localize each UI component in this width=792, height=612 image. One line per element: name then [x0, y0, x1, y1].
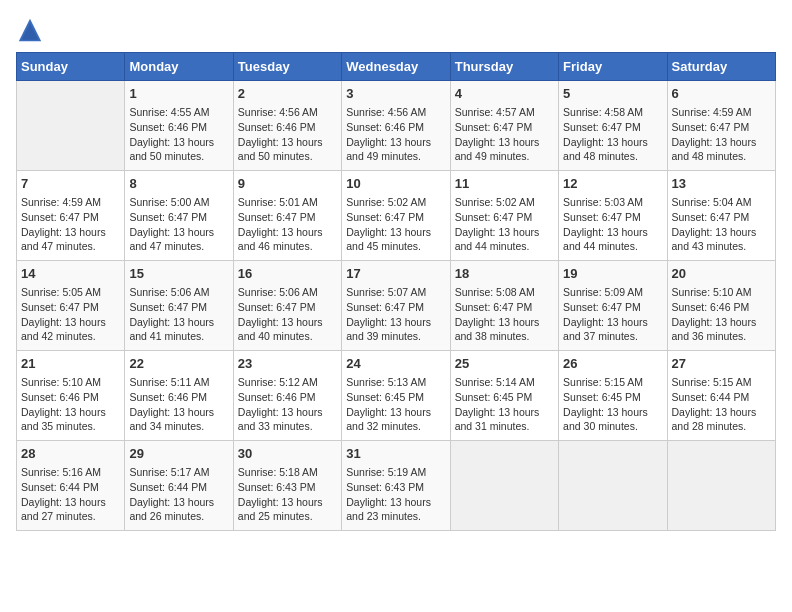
day-info: Sunrise: 5:16 AM Sunset: 6:44 PM Dayligh…	[21, 465, 120, 524]
day-number: 19	[563, 265, 662, 283]
day-info: Sunrise: 4:56 AM Sunset: 6:46 PM Dayligh…	[238, 105, 337, 164]
day-info: Sunrise: 5:15 AM Sunset: 6:45 PM Dayligh…	[563, 375, 662, 434]
day-number: 12	[563, 175, 662, 193]
calendar-cell	[667, 441, 775, 531]
week-row-4: 21Sunrise: 5:10 AM Sunset: 6:46 PM Dayli…	[17, 351, 776, 441]
day-info: Sunrise: 5:07 AM Sunset: 6:47 PM Dayligh…	[346, 285, 445, 344]
day-info: Sunrise: 4:55 AM Sunset: 6:46 PM Dayligh…	[129, 105, 228, 164]
day-number: 28	[21, 445, 120, 463]
day-info: Sunrise: 4:57 AM Sunset: 6:47 PM Dayligh…	[455, 105, 554, 164]
day-number: 18	[455, 265, 554, 283]
day-info: Sunrise: 5:06 AM Sunset: 6:47 PM Dayligh…	[129, 285, 228, 344]
day-number: 24	[346, 355, 445, 373]
calendar-cell: 21Sunrise: 5:10 AM Sunset: 6:46 PM Dayli…	[17, 351, 125, 441]
calendar-cell: 3Sunrise: 4:56 AM Sunset: 6:46 PM Daylig…	[342, 81, 450, 171]
day-number: 2	[238, 85, 337, 103]
calendar-cell: 5Sunrise: 4:58 AM Sunset: 6:47 PM Daylig…	[559, 81, 667, 171]
calendar-cell: 8Sunrise: 5:00 AM Sunset: 6:47 PM Daylig…	[125, 171, 233, 261]
header-wednesday: Wednesday	[342, 53, 450, 81]
day-number: 7	[21, 175, 120, 193]
calendar-cell: 30Sunrise: 5:18 AM Sunset: 6:43 PM Dayli…	[233, 441, 341, 531]
day-info: Sunrise: 5:10 AM Sunset: 6:46 PM Dayligh…	[21, 375, 120, 434]
calendar-cell: 24Sunrise: 5:13 AM Sunset: 6:45 PM Dayli…	[342, 351, 450, 441]
calendar-cell: 9Sunrise: 5:01 AM Sunset: 6:47 PM Daylig…	[233, 171, 341, 261]
day-info: Sunrise: 5:05 AM Sunset: 6:47 PM Dayligh…	[21, 285, 120, 344]
calendar-cell: 25Sunrise: 5:14 AM Sunset: 6:45 PM Dayli…	[450, 351, 558, 441]
calendar-cell: 18Sunrise: 5:08 AM Sunset: 6:47 PM Dayli…	[450, 261, 558, 351]
calendar-cell: 20Sunrise: 5:10 AM Sunset: 6:46 PM Dayli…	[667, 261, 775, 351]
day-info: Sunrise: 5:03 AM Sunset: 6:47 PM Dayligh…	[563, 195, 662, 254]
week-row-5: 28Sunrise: 5:16 AM Sunset: 6:44 PM Dayli…	[17, 441, 776, 531]
day-info: Sunrise: 5:01 AM Sunset: 6:47 PM Dayligh…	[238, 195, 337, 254]
day-info: Sunrise: 5:13 AM Sunset: 6:45 PM Dayligh…	[346, 375, 445, 434]
day-number: 30	[238, 445, 337, 463]
day-info: Sunrise: 5:15 AM Sunset: 6:44 PM Dayligh…	[672, 375, 771, 434]
logo-icon	[16, 16, 44, 44]
calendar-cell: 22Sunrise: 5:11 AM Sunset: 6:46 PM Dayli…	[125, 351, 233, 441]
day-number: 25	[455, 355, 554, 373]
day-info: Sunrise: 5:08 AM Sunset: 6:47 PM Dayligh…	[455, 285, 554, 344]
day-number: 31	[346, 445, 445, 463]
calendar-cell: 4Sunrise: 4:57 AM Sunset: 6:47 PM Daylig…	[450, 81, 558, 171]
week-row-2: 7Sunrise: 4:59 AM Sunset: 6:47 PM Daylig…	[17, 171, 776, 261]
week-row-3: 14Sunrise: 5:05 AM Sunset: 6:47 PM Dayli…	[17, 261, 776, 351]
day-number: 11	[455, 175, 554, 193]
calendar-cell: 2Sunrise: 4:56 AM Sunset: 6:46 PM Daylig…	[233, 81, 341, 171]
day-number: 26	[563, 355, 662, 373]
day-info: Sunrise: 5:18 AM Sunset: 6:43 PM Dayligh…	[238, 465, 337, 524]
day-number: 16	[238, 265, 337, 283]
day-number: 14	[21, 265, 120, 283]
header-thursday: Thursday	[450, 53, 558, 81]
day-info: Sunrise: 5:14 AM Sunset: 6:45 PM Dayligh…	[455, 375, 554, 434]
day-info: Sunrise: 5:17 AM Sunset: 6:44 PM Dayligh…	[129, 465, 228, 524]
day-info: Sunrise: 5:00 AM Sunset: 6:47 PM Dayligh…	[129, 195, 228, 254]
calendar-cell	[450, 441, 558, 531]
calendar-cell: 7Sunrise: 4:59 AM Sunset: 6:47 PM Daylig…	[17, 171, 125, 261]
calendar-cell: 10Sunrise: 5:02 AM Sunset: 6:47 PM Dayli…	[342, 171, 450, 261]
calendar-table: SundayMondayTuesdayWednesdayThursdayFrid…	[16, 52, 776, 531]
day-info: Sunrise: 5:04 AM Sunset: 6:47 PM Dayligh…	[672, 195, 771, 254]
calendar-cell: 26Sunrise: 5:15 AM Sunset: 6:45 PM Dayli…	[559, 351, 667, 441]
day-number: 22	[129, 355, 228, 373]
calendar-cell: 15Sunrise: 5:06 AM Sunset: 6:47 PM Dayli…	[125, 261, 233, 351]
calendar-cell: 12Sunrise: 5:03 AM Sunset: 6:47 PM Dayli…	[559, 171, 667, 261]
day-number: 17	[346, 265, 445, 283]
day-number: 15	[129, 265, 228, 283]
day-info: Sunrise: 5:10 AM Sunset: 6:46 PM Dayligh…	[672, 285, 771, 344]
week-row-1: 1Sunrise: 4:55 AM Sunset: 6:46 PM Daylig…	[17, 81, 776, 171]
day-number: 5	[563, 85, 662, 103]
calendar-cell: 29Sunrise: 5:17 AM Sunset: 6:44 PM Dayli…	[125, 441, 233, 531]
day-number: 23	[238, 355, 337, 373]
day-number: 9	[238, 175, 337, 193]
day-number: 27	[672, 355, 771, 373]
day-info: Sunrise: 4:56 AM Sunset: 6:46 PM Dayligh…	[346, 105, 445, 164]
calendar-cell: 1Sunrise: 4:55 AM Sunset: 6:46 PM Daylig…	[125, 81, 233, 171]
day-number: 29	[129, 445, 228, 463]
day-number: 3	[346, 85, 445, 103]
day-number: 8	[129, 175, 228, 193]
calendar-cell	[17, 81, 125, 171]
day-number: 10	[346, 175, 445, 193]
day-info: Sunrise: 5:02 AM Sunset: 6:47 PM Dayligh…	[346, 195, 445, 254]
day-number: 13	[672, 175, 771, 193]
logo	[16, 16, 48, 44]
day-info: Sunrise: 5:06 AM Sunset: 6:47 PM Dayligh…	[238, 285, 337, 344]
page-header	[16, 16, 776, 44]
day-info: Sunrise: 5:19 AM Sunset: 6:43 PM Dayligh…	[346, 465, 445, 524]
header-tuesday: Tuesday	[233, 53, 341, 81]
day-number: 21	[21, 355, 120, 373]
calendar-cell: 19Sunrise: 5:09 AM Sunset: 6:47 PM Dayli…	[559, 261, 667, 351]
day-info: Sunrise: 4:59 AM Sunset: 6:47 PM Dayligh…	[672, 105, 771, 164]
calendar-cell: 28Sunrise: 5:16 AM Sunset: 6:44 PM Dayli…	[17, 441, 125, 531]
day-number: 4	[455, 85, 554, 103]
day-info: Sunrise: 5:02 AM Sunset: 6:47 PM Dayligh…	[455, 195, 554, 254]
day-info: Sunrise: 5:09 AM Sunset: 6:47 PM Dayligh…	[563, 285, 662, 344]
day-number: 6	[672, 85, 771, 103]
day-info: Sunrise: 4:59 AM Sunset: 6:47 PM Dayligh…	[21, 195, 120, 254]
calendar-cell	[559, 441, 667, 531]
calendar-cell: 11Sunrise: 5:02 AM Sunset: 6:47 PM Dayli…	[450, 171, 558, 261]
header-friday: Friday	[559, 53, 667, 81]
calendar-cell: 14Sunrise: 5:05 AM Sunset: 6:47 PM Dayli…	[17, 261, 125, 351]
header-sunday: Sunday	[17, 53, 125, 81]
calendar-cell: 17Sunrise: 5:07 AM Sunset: 6:47 PM Dayli…	[342, 261, 450, 351]
